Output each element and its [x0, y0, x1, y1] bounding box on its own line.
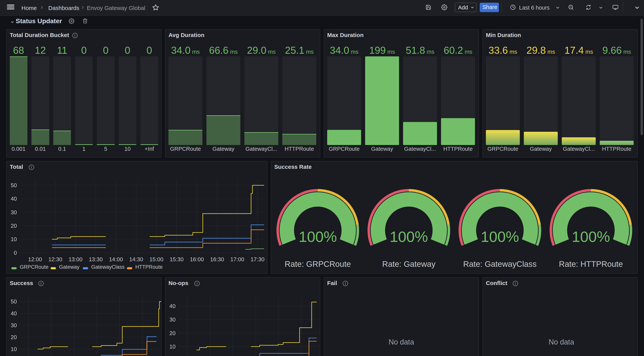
svg-text:20: 20 — [170, 330, 176, 336]
svg-text:17:00: 17:00 — [230, 256, 244, 262]
svg-text:40: 40 — [170, 303, 176, 309]
svg-text:40: 40 — [11, 196, 17, 202]
svg-text:10: 10 — [11, 236, 17, 242]
svg-text:Rate: GatewayClass: Rate: GatewayClass — [463, 259, 537, 268]
svg-text:100%: 100% — [572, 228, 610, 245]
svg-text:13:30: 13:30 — [89, 256, 103, 262]
svg-text:0: 0 — [14, 250, 17, 256]
svg-text:10: 10 — [11, 346, 17, 352]
svg-text:30: 30 — [11, 322, 17, 328]
svg-text:100%: 100% — [298, 228, 337, 245]
svg-text:16:30: 16:30 — [210, 256, 224, 262]
svg-text:50: 50 — [11, 182, 17, 188]
svg-text:12:00: 12:00 — [28, 256, 42, 262]
svg-text:20: 20 — [11, 223, 17, 229]
svg-text:13:00: 13:00 — [68, 256, 82, 262]
svg-text:Rate: HTTPRoute: Rate: HTTPRoute — [559, 259, 623, 268]
svg-text:30: 30 — [11, 209, 17, 215]
svg-text:100%: 100% — [390, 228, 428, 245]
svg-text:15:00: 15:00 — [150, 256, 164, 262]
svg-text:17:30: 17:30 — [250, 256, 264, 262]
svg-text:100%: 100% — [481, 228, 519, 245]
svg-text:14:00: 14:00 — [109, 256, 123, 262]
svg-text:30: 30 — [170, 316, 176, 323]
svg-text:14:30: 14:30 — [129, 256, 143, 262]
svg-text:10: 10 — [170, 343, 176, 350]
svg-text:Rate: GRPCRoute: Rate: GRPCRoute — [284, 259, 351, 268]
svg-text:40: 40 — [11, 310, 17, 316]
svg-text:15:30: 15:30 — [170, 256, 184, 262]
svg-text:12:30: 12:30 — [48, 256, 62, 262]
svg-text:20: 20 — [11, 334, 17, 340]
svg-text:16:00: 16:00 — [190, 256, 204, 262]
svg-text:50: 50 — [11, 298, 17, 305]
svg-text:Rate: Gateway: Rate: Gateway — [382, 259, 436, 268]
